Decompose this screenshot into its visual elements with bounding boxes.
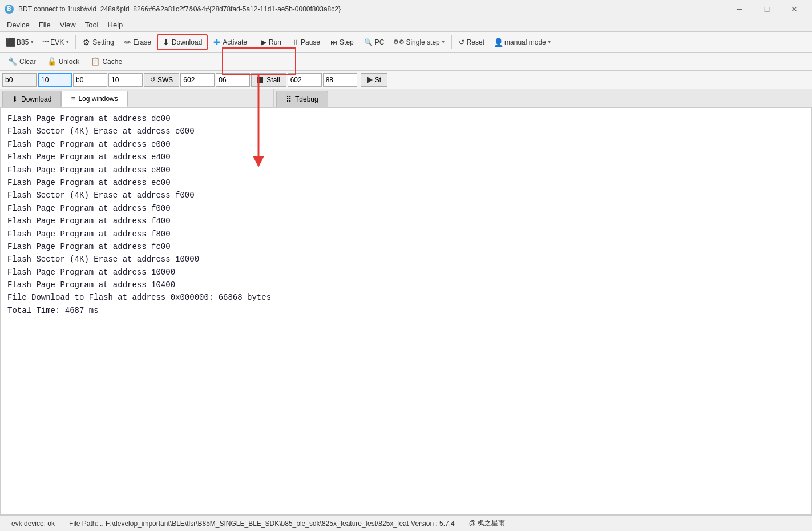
clear-icon: 🔧: [8, 57, 17, 66]
input-field-6[interactable]: [216, 73, 250, 87]
cache-button[interactable]: 📋 Cache: [86, 54, 127, 69]
evk-wave-icon: 〜: [42, 37, 49, 47]
menu-bar: Device File View Tool Help: [0, 18, 812, 32]
tab-log-windows[interactable]: ≡ Log windows: [61, 91, 127, 107]
pc-button[interactable]: 🔍 PC: [359, 34, 389, 50]
status-user: @ 枫之星雨: [462, 516, 512, 531]
clear-button[interactable]: 🔧 Clear: [3, 54, 41, 69]
tab-tdebug[interactable]: ⠿ Tdebug: [276, 91, 328, 107]
log-line: Flash Page Program at address fc00: [7, 240, 805, 253]
main-content: ⬇ Download ≡ Log windows ⠿ Tdebug Flash …: [0, 89, 812, 515]
manual-mode-arrow-icon: ▼: [547, 39, 552, 45]
manual-mode-dropdown[interactable]: 👤 manual mode ▼: [490, 34, 555, 50]
status-bar: evk device: ok File Path: .. F:\develop_…: [0, 515, 812, 531]
setting-label: Setting: [92, 38, 114, 46]
log-line: Flash Page Program at address e000: [7, 138, 805, 151]
log-line: Flash Page Program at address f000: [7, 202, 805, 215]
step-button[interactable]: ⏭ Step: [326, 34, 358, 50]
evk-label: EVK: [50, 38, 64, 46]
start-icon: [367, 77, 373, 83]
sws-button[interactable]: ↺ SWS: [144, 73, 179, 87]
tab-download[interactable]: ⬇ Download: [2, 91, 61, 107]
evk-dropdown[interactable]: 〜 EVK ▼: [39, 34, 73, 50]
run-icon: ▶: [261, 38, 266, 46]
unlock-icon: 🔓: [47, 57, 56, 66]
log-line: Flash Page Program at address ec00: [7, 176, 805, 189]
left-tabs: ⬇ Download ≡ Log windows: [0, 89, 274, 107]
reset-icon: ↺: [459, 38, 464, 46]
sws-refresh-icon: ↺: [150, 76, 155, 83]
unlock-button[interactable]: 🔓 Unlock: [43, 54, 84, 69]
input-field-4[interactable]: [108, 73, 143, 87]
log-line: Flash Sector (4K) Erase at address e000: [7, 125, 805, 138]
right-tabs: ⠿ Tdebug: [274, 89, 812, 107]
pc-icon: 🔍: [364, 38, 373, 46]
minimize-button[interactable]: ─: [726, 1, 753, 17]
log-line: Flash Page Program at address e800: [7, 164, 805, 176]
input-field-8[interactable]: [323, 73, 357, 87]
menu-tool[interactable]: Tool: [80, 19, 103, 30]
download-icon: ⬇: [163, 38, 169, 47]
run-button[interactable]: ▶ Run: [257, 34, 286, 50]
setting-button[interactable]: ⚙ Setting: [78, 34, 118, 50]
log-line: Flash Sector (4K) Erase at address f000: [7, 189, 805, 202]
cache-icon: 📋: [91, 57, 100, 66]
b85-dropdown[interactable]: ⬛ B85 ▼: [2, 34, 38, 50]
evk-arrow-icon: ▼: [65, 39, 70, 45]
input-field-3[interactable]: [73, 73, 107, 87]
input-field-2[interactable]: [38, 73, 72, 87]
tdebug-tab-icon: ⠿: [286, 95, 292, 104]
activate-icon: ✚: [213, 38, 220, 47]
sep2: [254, 35, 254, 49]
log-tab-label: Log windows: [78, 95, 118, 103]
download-button[interactable]: ⬇ Download: [157, 34, 208, 50]
reset-label: Reset: [467, 38, 484, 46]
input-field-5[interactable]: [180, 73, 215, 87]
status-device: evk device: ok: [5, 516, 62, 531]
chip-icon: ⬛: [6, 38, 15, 47]
log-line: Total Time: 4687 ms: [7, 304, 805, 317]
input-field-7[interactable]: [288, 73, 322, 87]
pause-button[interactable]: ⏸ Pause: [287, 34, 325, 50]
log-area[interactable]: Flash Page Program at address dc00Flash …: [0, 107, 812, 515]
tab-container: ⬇ Download ≡ Log windows ⠿ Tdebug: [0, 89, 812, 107]
cache-label: Cache: [102, 58, 122, 66]
input-row: ↺ SWS Stall St: [0, 71, 812, 89]
b85-label: B85: [17, 38, 29, 46]
tdebug-tab-label: Tdebug: [295, 95, 318, 103]
close-button[interactable]: ✕: [781, 1, 807, 17]
app-icon: B: [5, 5, 14, 14]
activate-button[interactable]: ✚ Activate: [209, 34, 252, 50]
manual-mode-label: manual mode: [504, 38, 546, 46]
log-line: Flash Page Program at address e400: [7, 151, 805, 163]
title-bar: B BDT connect to 1:usb#vid_248a&pid_8266…: [0, 0, 812, 18]
stall-button[interactable]: Stall: [251, 73, 286, 87]
unlock-label: Unlock: [59, 58, 80, 66]
stall-label: Stall: [266, 76, 280, 84]
input-field-1[interactable]: [2, 73, 37, 87]
activate-label: Activate: [223, 38, 247, 46]
log-line: Flash Sector (4K) Erase at address 10000: [7, 253, 805, 266]
menu-file[interactable]: File: [34, 19, 55, 30]
step-icon: ⏭: [330, 38, 337, 46]
sws-label: SWS: [157, 76, 173, 84]
title-bar-buttons: ─ □ ✕: [726, 1, 807, 17]
start-button[interactable]: St: [361, 73, 387, 87]
pause-label: Pause: [301, 38, 320, 46]
run-label: Run: [269, 38, 281, 46]
menu-device[interactable]: Device: [2, 19, 34, 30]
log-line: File Download to Flash at address 0x0000…: [7, 291, 805, 304]
erase-button[interactable]: ✏ Erase: [120, 34, 156, 50]
single-step-arrow-icon: ▼: [441, 39, 446, 45]
reset-button[interactable]: ↺ Reset: [454, 34, 489, 50]
maximize-button[interactable]: □: [754, 1, 780, 17]
setting-icon: ⚙: [83, 38, 90, 47]
start-label: St: [375, 76, 381, 84]
menu-help[interactable]: Help: [103, 19, 128, 30]
single-step-icon: ⚙⚙: [393, 38, 405, 46]
single-step-dropdown[interactable]: ⚙⚙ Single step ▼: [390, 34, 449, 50]
menu-view[interactable]: View: [55, 19, 80, 30]
status-filepath: File Path: .. F:\develop_important\BLE\t…: [62, 516, 462, 531]
single-step-label: Single step: [406, 38, 439, 46]
main-toolbar: ⬛ B85 ▼ 〜 EVK ▼ ⚙ Setting ✏ Erase ⬇ Down…: [0, 32, 812, 53]
